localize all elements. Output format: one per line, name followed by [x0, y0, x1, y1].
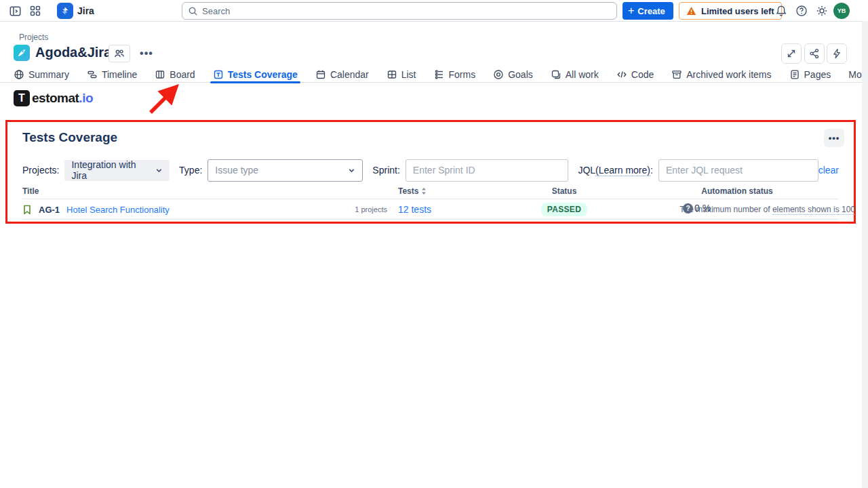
vertical-scrollbar[interactable] [862, 21, 868, 488]
share-icon[interactable] [804, 43, 825, 64]
timeline-icon [87, 69, 98, 80]
project-title: Agoda&Jira [35, 45, 111, 60]
panel-title: Tests Coverage [22, 130, 117, 145]
project-avatar [14, 45, 30, 61]
automation-lightning-icon[interactable] [827, 43, 847, 64]
type-filter-label: Type: [179, 165, 202, 176]
create-button[interactable]: + Create [623, 2, 673, 20]
limited-users-button[interactable]: Limited users left [679, 2, 782, 20]
panel-more-button[interactable]: ••• [824, 129, 844, 147]
fullscreen-icon[interactable] [781, 43, 802, 64]
tab-all-work[interactable]: All work [551, 66, 599, 83]
tab-timeline[interactable]: Timeline [87, 66, 137, 83]
sprint-filter-label: Sprint: [372, 165, 399, 176]
app-switcher-icon[interactable] [27, 3, 43, 19]
top-navigation: Jira + Create Limited users left YB [0, 0, 868, 22]
app-name: Jira [77, 5, 94, 16]
column-header-automation: Automation status [635, 186, 839, 196]
tab-pages[interactable]: Pages [789, 66, 831, 83]
tab-tests-coverage[interactable]: Tests Coverage [213, 66, 298, 83]
bookmark-icon [22, 205, 32, 215]
project-tab-bar: Summary Timeline Board Tests Coverage Ca… [0, 66, 868, 83]
column-header-tests[interactable]: Tests [398, 186, 493, 196]
target-icon [493, 69, 504, 80]
tab-goals[interactable]: Goals [493, 66, 533, 83]
user-avatar[interactable]: YB [833, 3, 850, 19]
settings-gear-icon[interactable] [814, 3, 830, 19]
tests-coverage-panel: Tests Coverage ••• Projects: Integration… [5, 120, 856, 224]
tab-archived-work-items[interactable]: Archived work items [671, 66, 771, 83]
projects-filter-label: Projects: [22, 165, 59, 176]
code-icon [616, 69, 627, 80]
annotation-arrow [139, 79, 188, 119]
tab-code[interactable]: Code [616, 66, 654, 83]
team-members-button[interactable] [108, 45, 130, 62]
global-search[interactable] [182, 2, 617, 20]
tab-list[interactable]: List [387, 66, 416, 83]
status-badge: PASSED [541, 203, 587, 216]
tab-calendar[interactable]: Calendar [315, 66, 369, 83]
issue-title-link[interactable]: Hotel Search Functionality [66, 205, 170, 215]
forms-icon [434, 69, 445, 80]
plus-icon: + [628, 5, 634, 16]
page-icon [789, 69, 800, 80]
help-icon[interactable] [793, 3, 810, 19]
chevron-down-icon [155, 167, 163, 174]
jql-input[interactable] [658, 159, 818, 182]
tab-forms[interactable]: Forms [434, 66, 476, 83]
projects-count: 1 projects [337, 205, 398, 214]
question-tooltip-icon[interactable]: ? [683, 203, 693, 214]
testomat-logo-mark: T [14, 90, 30, 106]
tab-summary[interactable]: Summary [14, 66, 69, 83]
warning-icon [686, 6, 696, 16]
search-icon [188, 6, 198, 16]
automation-percentage: 0 % [694, 203, 711, 214]
table-icon [387, 69, 397, 80]
testomat-logo: T estomat.io [14, 90, 93, 106]
chevron-down-icon [348, 167, 355, 174]
projects-dropdown[interactable]: Integration with Jira [64, 160, 170, 181]
issue-type-select[interactable]: Issue type [208, 159, 363, 182]
column-header-status: Status [493, 186, 635, 196]
search-input[interactable] [202, 6, 611, 16]
filters-row: Projects: Integration with Jira Type: Is… [22, 159, 839, 182]
breadcrumb[interactable]: Projects [19, 33, 48, 42]
tab-board[interactable]: Board [155, 66, 195, 83]
table-header: Title Tests Status Automation status [22, 183, 839, 199]
jql-learn-more-link[interactable]: (Learn more) [595, 165, 650, 176]
jql-filter-label: JQL(Learn more): [578, 165, 653, 176]
issue-key[interactable]: AG-1 [39, 205, 60, 215]
clear-filters-link[interactable]: clear [818, 165, 839, 176]
testomat-tab-icon [213, 69, 224, 80]
sort-icon [421, 187, 427, 195]
table-row: AG-1 Hotel Search Functionality 1 projec… [22, 199, 839, 220]
archive-icon [671, 69, 682, 80]
globe-icon [14, 69, 24, 80]
all-work-icon [551, 69, 561, 80]
calendar-icon [315, 69, 326, 80]
project-more-icon[interactable]: ••• [137, 45, 156, 62]
tests-count-link[interactable]: 12 tests [398, 204, 493, 215]
board-icon [155, 69, 165, 80]
sidebar-toggle-icon[interactable] [7, 3, 23, 19]
column-header-title: Title [22, 186, 337, 196]
notifications-bell-icon[interactable] [773, 3, 789, 19]
jira-logo[interactable] [57, 3, 73, 19]
sprint-id-input[interactable] [406, 159, 569, 182]
